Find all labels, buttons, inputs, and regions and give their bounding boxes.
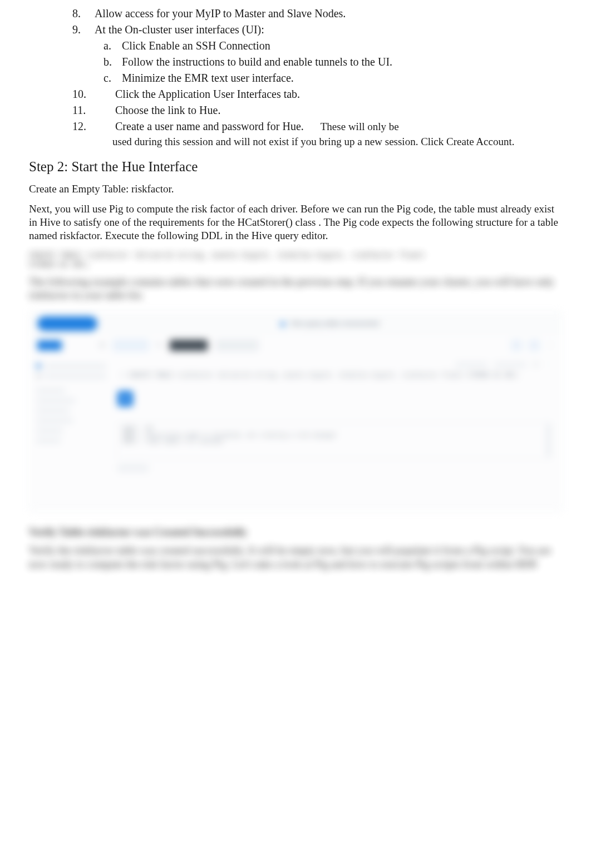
list-text: At the On-cluster user interfaces (UI):	[95, 23, 264, 36]
list-item-9: 9. At the On-cluster user interfaces (UI…	[72, 22, 562, 38]
editor-line: CREATE TABLE riskfactor (driverid string…	[129, 371, 551, 379]
db-icon	[36, 364, 41, 368]
list-number: 11.	[72, 103, 112, 118]
list-text: Choose the link to Hue.	[115, 104, 220, 116]
hue-logo-pill	[37, 316, 97, 331]
list-item-12: 12. Create a user name and password for …	[72, 118, 562, 135]
list-item-10: 10. Click the Application User Interface…	[72, 86, 562, 102]
ordered-list: 8. Allow access for your MyIP to Master …	[29, 6, 562, 149]
hue-main: ⚙ ⋮ 1 CREATE TABLE riskfactor (driverid …	[29, 355, 562, 511]
sub-number: a.	[104, 38, 119, 53]
list-item-11: 11. Choose the link to Hue.	[72, 102, 562, 118]
code-line-1: CREATE TABLE riskfactor (driverid string…	[29, 250, 562, 260]
sub-text: Minimize the EMR text user interface.	[122, 72, 294, 84]
list-number: 12.	[72, 119, 112, 134]
result-log: INFO : OK INFO : Concurrency mode is dis…	[117, 422, 551, 459]
sub-list: a. Click Enable an SSH Connection b. Fol…	[72, 38, 562, 86]
list-text: Click the Application User Interfaces ta…	[115, 88, 300, 100]
type-selector	[494, 362, 526, 368]
list-number: 9.	[72, 22, 92, 37]
hue-sidebar	[29, 355, 113, 511]
hue-screenshot: Hive query editor environment ⟳ ✎ ⋮	[29, 311, 562, 512]
sub-number: c.	[104, 71, 119, 86]
hue-tab-hint: Hive query editor environment	[106, 320, 554, 328]
step-heading: Step 2: Start the Hue Interface	[29, 159, 562, 175]
db-selector	[455, 362, 487, 368]
toolbar-icon-2	[529, 340, 539, 350]
document-page: 8. Allow access for your MyIP to Master …	[0, 0, 591, 571]
log-line: INFO : Concurrency mode is disabled, not…	[122, 432, 546, 438]
ddl-code-block: CREATE TABLE riskfactor (driverid string…	[29, 250, 562, 270]
chip-default	[113, 340, 149, 351]
hue-tab-hint-text: Hive query editor environment	[290, 320, 380, 328]
sub-item-c: c. Minimize the EMR text user interface.	[104, 70, 562, 86]
chip-addnew	[215, 340, 259, 351]
list-item-8: 8. Allow access for your MyIP to Master …	[72, 6, 562, 22]
sub-number: b.	[104, 54, 119, 70]
run-button[interactable]	[117, 391, 133, 406]
hue-toolbar: ⟳ ✎ ⋮	[29, 335, 562, 355]
list-text: Allow access for your MyIP to Master and…	[95, 7, 346, 19]
results-tab	[117, 464, 149, 472]
list-item-12-continuation: used during this session and will not ex…	[72, 135, 562, 149]
code-line-2: STORED AS ORC;	[29, 260, 562, 270]
list-number: 8.	[72, 6, 92, 21]
sub-text: Follow the instructions to build and ena…	[122, 56, 392, 68]
log-line: INFO : Time taken: 0.5 seconds	[122, 438, 546, 444]
scrollbar[interactable]	[546, 424, 550, 457]
sub-item-b: b. Follow the instructions to build and …	[104, 54, 562, 70]
create-table-line: Create an Empty Table: riskfactor.	[29, 182, 562, 196]
blurred-preview-region: CREATE TABLE riskfactor (driverid string…	[29, 250, 562, 572]
intro-paragraph: Next, you will use Pig to compute the ri…	[29, 202, 562, 242]
toolbar-icon-1	[511, 340, 521, 350]
log-line: INFO : OK	[122, 426, 546, 432]
table-icon	[36, 374, 41, 378]
list-text-cont: used during this session and will not ex…	[112, 135, 562, 149]
sub-text: Click Enable an SSH Connection	[122, 39, 270, 52]
list-text: Create a user name and password for Hue.	[115, 120, 304, 132]
hue-brand-icon	[37, 340, 62, 350]
list-text-tail: These will only be	[321, 121, 399, 132]
blur-paragraph-2: Verify the riskfactor table was created …	[29, 544, 562, 571]
verify-heading: Verify Table riskfactor was Created Succ…	[29, 526, 562, 538]
hue-editor: ⚙ ⋮ 1 CREATE TABLE riskfactor (driverid …	[113, 355, 562, 511]
hue-top-bar: Hive query editor environment	[29, 312, 562, 335]
blur-paragraph-1: The following example contains tables th…	[29, 275, 562, 302]
dot-icon	[280, 322, 285, 326]
chip-dark	[170, 340, 208, 351]
list-number: 10.	[72, 87, 112, 102]
sub-item-a: a. Click Enable an SSH Connection	[104, 38, 562, 54]
